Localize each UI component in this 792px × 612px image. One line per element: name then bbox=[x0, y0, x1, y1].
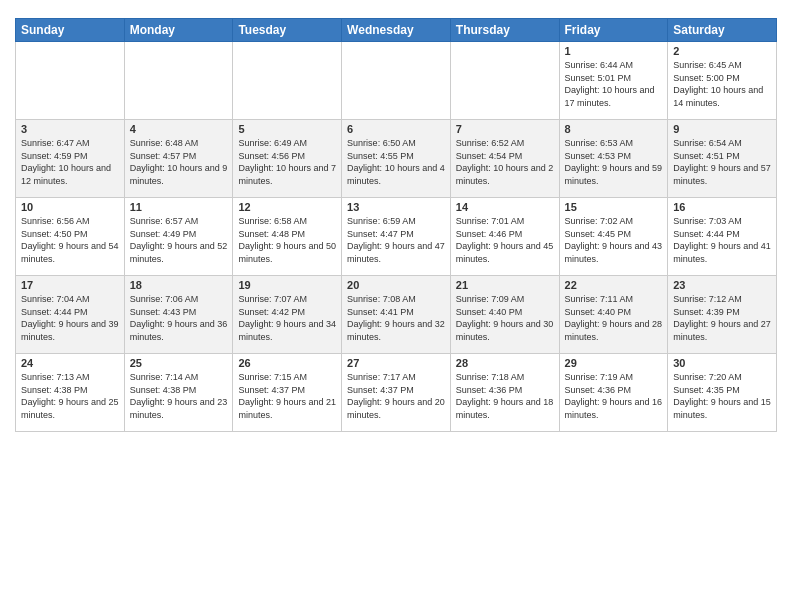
day-cell: 12Sunrise: 6:58 AM Sunset: 4:48 PM Dayli… bbox=[233, 198, 342, 276]
day-info: Sunrise: 6:45 AM Sunset: 5:00 PM Dayligh… bbox=[673, 59, 771, 109]
day-info: Sunrise: 6:59 AM Sunset: 4:47 PM Dayligh… bbox=[347, 215, 445, 265]
day-cell: 18Sunrise: 7:06 AM Sunset: 4:43 PM Dayli… bbox=[124, 276, 233, 354]
col-header-tuesday: Tuesday bbox=[233, 19, 342, 42]
day-cell: 14Sunrise: 7:01 AM Sunset: 4:46 PM Dayli… bbox=[450, 198, 559, 276]
day-info: Sunrise: 6:44 AM Sunset: 5:01 PM Dayligh… bbox=[565, 59, 663, 109]
day-info: Sunrise: 7:19 AM Sunset: 4:36 PM Dayligh… bbox=[565, 371, 663, 421]
day-info: Sunrise: 7:09 AM Sunset: 4:40 PM Dayligh… bbox=[456, 293, 554, 343]
day-info: Sunrise: 6:50 AM Sunset: 4:55 PM Dayligh… bbox=[347, 137, 445, 187]
day-info: Sunrise: 7:11 AM Sunset: 4:40 PM Dayligh… bbox=[565, 293, 663, 343]
day-info: Sunrise: 7:06 AM Sunset: 4:43 PM Dayligh… bbox=[130, 293, 228, 343]
day-number: 23 bbox=[673, 279, 771, 291]
day-info: Sunrise: 7:15 AM Sunset: 4:37 PM Dayligh… bbox=[238, 371, 336, 421]
day-cell: 13Sunrise: 6:59 AM Sunset: 4:47 PM Dayli… bbox=[342, 198, 451, 276]
day-cell: 11Sunrise: 6:57 AM Sunset: 4:49 PM Dayli… bbox=[124, 198, 233, 276]
day-cell: 16Sunrise: 7:03 AM Sunset: 4:44 PM Dayli… bbox=[668, 198, 777, 276]
day-number: 28 bbox=[456, 357, 554, 369]
day-number: 1 bbox=[565, 45, 663, 57]
day-number: 27 bbox=[347, 357, 445, 369]
day-cell bbox=[16, 42, 125, 120]
calendar-table: SundayMondayTuesdayWednesdayThursdayFrid… bbox=[15, 18, 777, 432]
day-info: Sunrise: 7:01 AM Sunset: 4:46 PM Dayligh… bbox=[456, 215, 554, 265]
week-row-1: 3Sunrise: 6:47 AM Sunset: 4:59 PM Daylig… bbox=[16, 120, 777, 198]
day-number: 19 bbox=[238, 279, 336, 291]
day-number: 20 bbox=[347, 279, 445, 291]
day-number: 5 bbox=[238, 123, 336, 135]
week-row-4: 24Sunrise: 7:13 AM Sunset: 4:38 PM Dayli… bbox=[16, 354, 777, 432]
day-cell: 19Sunrise: 7:07 AM Sunset: 4:42 PM Dayli… bbox=[233, 276, 342, 354]
day-cell bbox=[233, 42, 342, 120]
day-number: 8 bbox=[565, 123, 663, 135]
day-info: Sunrise: 7:04 AM Sunset: 4:44 PM Dayligh… bbox=[21, 293, 119, 343]
day-cell: 24Sunrise: 7:13 AM Sunset: 4:38 PM Dayli… bbox=[16, 354, 125, 432]
week-row-0: 1Sunrise: 6:44 AM Sunset: 5:01 PM Daylig… bbox=[16, 42, 777, 120]
day-cell: 23Sunrise: 7:12 AM Sunset: 4:39 PM Dayli… bbox=[668, 276, 777, 354]
header-row: SundayMondayTuesdayWednesdayThursdayFrid… bbox=[16, 19, 777, 42]
day-cell: 9Sunrise: 6:54 AM Sunset: 4:51 PM Daylig… bbox=[668, 120, 777, 198]
day-cell: 10Sunrise: 6:56 AM Sunset: 4:50 PM Dayli… bbox=[16, 198, 125, 276]
day-number: 25 bbox=[130, 357, 228, 369]
day-cell: 27Sunrise: 7:17 AM Sunset: 4:37 PM Dayli… bbox=[342, 354, 451, 432]
day-number: 3 bbox=[21, 123, 119, 135]
col-header-sunday: Sunday bbox=[16, 19, 125, 42]
day-cell: 17Sunrise: 7:04 AM Sunset: 4:44 PM Dayli… bbox=[16, 276, 125, 354]
day-cell: 20Sunrise: 7:08 AM Sunset: 4:41 PM Dayli… bbox=[342, 276, 451, 354]
day-cell bbox=[124, 42, 233, 120]
day-number: 13 bbox=[347, 201, 445, 213]
day-number: 30 bbox=[673, 357, 771, 369]
day-info: Sunrise: 7:12 AM Sunset: 4:39 PM Dayligh… bbox=[673, 293, 771, 343]
day-number: 24 bbox=[21, 357, 119, 369]
day-info: Sunrise: 6:54 AM Sunset: 4:51 PM Dayligh… bbox=[673, 137, 771, 187]
col-header-saturday: Saturday bbox=[668, 19, 777, 42]
day-info: Sunrise: 6:53 AM Sunset: 4:53 PM Dayligh… bbox=[565, 137, 663, 187]
day-cell: 22Sunrise: 7:11 AM Sunset: 4:40 PM Dayli… bbox=[559, 276, 668, 354]
day-cell: 7Sunrise: 6:52 AM Sunset: 4:54 PM Daylig… bbox=[450, 120, 559, 198]
col-header-monday: Monday bbox=[124, 19, 233, 42]
day-info: Sunrise: 7:02 AM Sunset: 4:45 PM Dayligh… bbox=[565, 215, 663, 265]
day-info: Sunrise: 7:07 AM Sunset: 4:42 PM Dayligh… bbox=[238, 293, 336, 343]
day-info: Sunrise: 7:18 AM Sunset: 4:36 PM Dayligh… bbox=[456, 371, 554, 421]
day-number: 16 bbox=[673, 201, 771, 213]
day-info: Sunrise: 7:17 AM Sunset: 4:37 PM Dayligh… bbox=[347, 371, 445, 421]
day-cell: 28Sunrise: 7:18 AM Sunset: 4:36 PM Dayli… bbox=[450, 354, 559, 432]
day-info: Sunrise: 6:58 AM Sunset: 4:48 PM Dayligh… bbox=[238, 215, 336, 265]
day-info: Sunrise: 6:52 AM Sunset: 4:54 PM Dayligh… bbox=[456, 137, 554, 187]
col-header-friday: Friday bbox=[559, 19, 668, 42]
day-info: Sunrise: 6:48 AM Sunset: 4:57 PM Dayligh… bbox=[130, 137, 228, 187]
day-cell: 30Sunrise: 7:20 AM Sunset: 4:35 PM Dayli… bbox=[668, 354, 777, 432]
day-number: 26 bbox=[238, 357, 336, 369]
day-number: 10 bbox=[21, 201, 119, 213]
day-number: 2 bbox=[673, 45, 771, 57]
page: General Blue SundayMondayTuesdayWednesda… bbox=[0, 0, 792, 612]
day-info: Sunrise: 7:08 AM Sunset: 4:41 PM Dayligh… bbox=[347, 293, 445, 343]
day-cell: 25Sunrise: 7:14 AM Sunset: 4:38 PM Dayli… bbox=[124, 354, 233, 432]
day-number: 21 bbox=[456, 279, 554, 291]
day-number: 6 bbox=[347, 123, 445, 135]
day-cell bbox=[450, 42, 559, 120]
day-cell: 1Sunrise: 6:44 AM Sunset: 5:01 PM Daylig… bbox=[559, 42, 668, 120]
day-number: 18 bbox=[130, 279, 228, 291]
day-cell: 5Sunrise: 6:49 AM Sunset: 4:56 PM Daylig… bbox=[233, 120, 342, 198]
day-cell: 15Sunrise: 7:02 AM Sunset: 4:45 PM Dayli… bbox=[559, 198, 668, 276]
day-info: Sunrise: 7:14 AM Sunset: 4:38 PM Dayligh… bbox=[130, 371, 228, 421]
day-cell: 2Sunrise: 6:45 AM Sunset: 5:00 PM Daylig… bbox=[668, 42, 777, 120]
day-info: Sunrise: 7:13 AM Sunset: 4:38 PM Dayligh… bbox=[21, 371, 119, 421]
day-cell: 4Sunrise: 6:48 AM Sunset: 4:57 PM Daylig… bbox=[124, 120, 233, 198]
day-info: Sunrise: 7:20 AM Sunset: 4:35 PM Dayligh… bbox=[673, 371, 771, 421]
day-cell: 6Sunrise: 6:50 AM Sunset: 4:55 PM Daylig… bbox=[342, 120, 451, 198]
day-cell: 26Sunrise: 7:15 AM Sunset: 4:37 PM Dayli… bbox=[233, 354, 342, 432]
day-info: Sunrise: 6:57 AM Sunset: 4:49 PM Dayligh… bbox=[130, 215, 228, 265]
day-number: 29 bbox=[565, 357, 663, 369]
day-cell: 29Sunrise: 7:19 AM Sunset: 4:36 PM Dayli… bbox=[559, 354, 668, 432]
day-info: Sunrise: 6:49 AM Sunset: 4:56 PM Dayligh… bbox=[238, 137, 336, 187]
day-cell: 8Sunrise: 6:53 AM Sunset: 4:53 PM Daylig… bbox=[559, 120, 668, 198]
day-info: Sunrise: 7:03 AM Sunset: 4:44 PM Dayligh… bbox=[673, 215, 771, 265]
col-header-wednesday: Wednesday bbox=[342, 19, 451, 42]
week-row-3: 17Sunrise: 7:04 AM Sunset: 4:44 PM Dayli… bbox=[16, 276, 777, 354]
col-header-thursday: Thursday bbox=[450, 19, 559, 42]
week-row-2: 10Sunrise: 6:56 AM Sunset: 4:50 PM Dayli… bbox=[16, 198, 777, 276]
day-info: Sunrise: 6:56 AM Sunset: 4:50 PM Dayligh… bbox=[21, 215, 119, 265]
day-number: 7 bbox=[456, 123, 554, 135]
day-number: 14 bbox=[456, 201, 554, 213]
day-number: 11 bbox=[130, 201, 228, 213]
